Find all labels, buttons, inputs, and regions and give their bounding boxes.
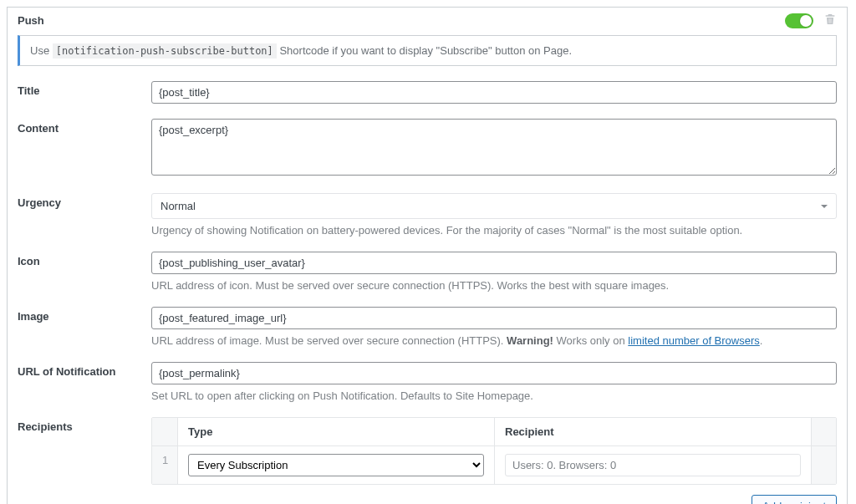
enable-toggle[interactable] [785,13,813,28]
urgency-value: Normal [160,200,196,212]
urgency-select[interactable]: Normal [151,193,837,219]
push-panel: Push Use [notification-push-subscribe-bu… [7,7,848,504]
content-label: Content [18,119,151,178]
url-helper: Set URL to open after clicking on Push N… [151,389,837,402]
image-input[interactable] [151,307,837,329]
image-helper: URL address of image. Must be served ove… [151,334,837,347]
col-recipient: Recipient [494,418,811,445]
recipients-table: Type Recipient 1 Every Subscription User… [151,417,837,485]
panel-title: Push [18,14,785,27]
icon-helper: URL address of icon. Must be served over… [151,279,837,292]
content-textarea[interactable]: {post_excerpt} [151,119,837,176]
image-label: Image [18,307,151,347]
field-url-row: URL of Notification Set URL to open afte… [18,362,837,402]
field-image-row: Image URL address of image. Must be serv… [18,307,837,347]
field-title-row: Title [18,81,837,104]
recipient-type-select[interactable]: Every Subscription [188,454,484,476]
title-input[interactable] [151,81,837,104]
row-index: 1 [152,446,177,484]
add-recipient-button[interactable]: Add recipient [752,495,837,504]
notice-prefix: Use [30,44,53,57]
url-input[interactable] [151,362,837,384]
icon-label: Icon [18,252,151,292]
notice-suffix: Shortcode if you want to display "Subscr… [277,44,572,57]
chevron-down-icon [821,205,828,208]
title-label: Title [18,81,151,104]
field-icon-row: Icon URL address of icon. Must be served… [18,252,837,292]
field-urgency-row: Urgency Normal Urgency of showing Notifi… [18,193,837,237]
icon-input[interactable] [151,252,837,274]
col-type: Type [177,418,494,445]
shortcode-notice: Use [notification-push-subscribe-button]… [18,35,837,66]
recipients-label: Recipients [18,417,151,504]
recipients-head: Type Recipient [152,418,836,445]
field-recipients-row: Recipients Type Recipient 1 Every Subscr… [18,417,837,504]
table-row: 1 Every Subscription Users: 0. Browsers:… [152,445,836,484]
field-content-row: Content {post_excerpt} [18,119,837,178]
panel-header: Push [18,13,837,28]
recipient-value: Users: 0. Browsers: 0 [505,454,801,476]
urgency-label: Urgency [18,193,151,237]
urgency-helper: Urgency of showing Notification on batte… [151,224,837,237]
browsers-link[interactable]: limited number of Browsers [628,334,760,347]
trash-icon[interactable] [823,13,837,28]
shortcode-code: [notification-push-subscribe-button] [53,43,277,59]
url-label: URL of Notification [18,362,151,402]
